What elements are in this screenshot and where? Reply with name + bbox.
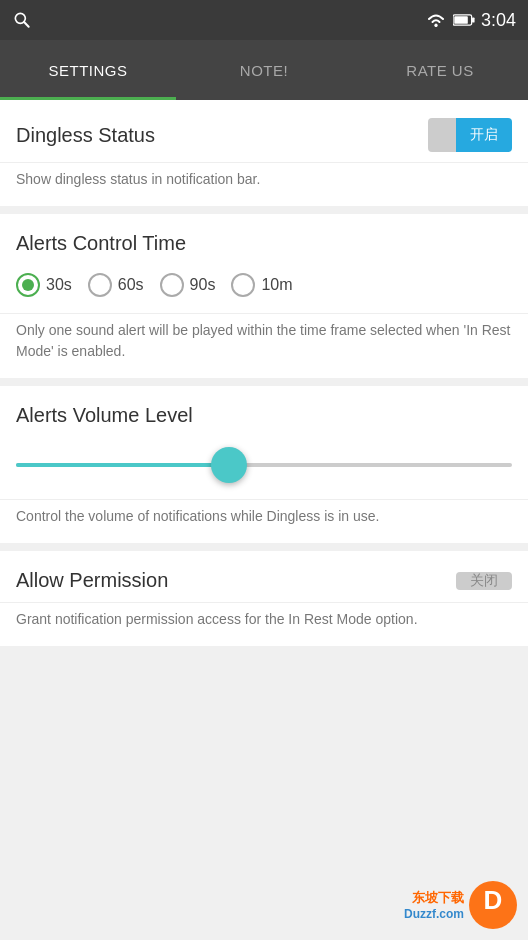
slider-thumb[interactable]: [211, 447, 247, 483]
dingless-status-toggle[interactable]: 开启: [428, 118, 512, 152]
svg-rect-5: [454, 16, 468, 24]
radio-label-90s: 90s: [190, 276, 216, 294]
dingless-status-section: Dingless Status 开启 Show dingless status …: [0, 100, 528, 206]
dingless-status-title: Dingless Status: [16, 124, 155, 147]
alerts-control-time-title: Alerts Control Time: [16, 232, 186, 255]
radio-circle-60s[interactable]: [88, 273, 112, 297]
watermark-logo: D: [468, 880, 518, 930]
status-bar-left: [12, 10, 32, 30]
dingless-status-description: Show dingless status in notification bar…: [0, 162, 528, 206]
search-icon[interactable]: [12, 10, 32, 30]
radio-label-10m: 10m: [261, 276, 292, 294]
allow-permission-title: Allow Permission: [16, 569, 168, 592]
status-time: 3:04: [481, 10, 516, 31]
toggle-off-part[interactable]: [428, 118, 456, 152]
radio-30s[interactable]: 30s: [16, 273, 72, 297]
allow-permission-header: Allow Permission 关闭: [0, 551, 528, 602]
allow-permission-toggle[interactable]: 关闭: [456, 572, 512, 590]
radio-60s[interactable]: 60s: [88, 273, 144, 297]
watermark-url: Duzzf.com: [404, 907, 464, 921]
radio-label-60s: 60s: [118, 276, 144, 294]
svg-text:D: D: [484, 885, 503, 915]
status-bar-right: 3:04: [425, 10, 516, 31]
watermark: 东坡下载 Duzzf.com D: [404, 880, 518, 930]
alerts-volume-section: Alerts Volume Level Control the volume o…: [0, 386, 528, 543]
alerts-control-time-header: Alerts Control Time: [0, 214, 528, 265]
volume-slider-track[interactable]: [16, 447, 512, 483]
allow-permission-description: Grant notification permission access for…: [0, 602, 528, 646]
allow-permission-section: Allow Permission 关闭 Grant notification p…: [0, 551, 528, 646]
alerts-control-time-section: Alerts Control Time 30s 60s 90s 10m Only…: [0, 214, 528, 378]
alerts-volume-description: Control the volume of notifications whil…: [0, 499, 528, 543]
svg-line-1: [24, 22, 29, 27]
alerts-volume-title: Alerts Volume Level: [16, 404, 193, 427]
radio-circle-90s[interactable]: [160, 273, 184, 297]
volume-slider-container: [0, 437, 528, 499]
settings-content: Dingless Status 开启 Show dingless status …: [0, 100, 528, 940]
tab-settings[interactable]: SETTINGS: [0, 40, 176, 100]
top-nav: SETTINGS NOTE! RATE US: [0, 40, 528, 100]
radio-label-30s: 30s: [46, 276, 72, 294]
radio-circle-30s[interactable]: [16, 273, 40, 297]
tab-note[interactable]: NOTE!: [176, 40, 352, 100]
radio-circle-10m[interactable]: [231, 273, 255, 297]
radio-90s[interactable]: 90s: [160, 273, 216, 297]
slider-fill: [16, 463, 229, 467]
dingless-status-header: Dingless Status 开启: [0, 100, 528, 162]
alerts-volume-header: Alerts Volume Level: [0, 386, 528, 437]
watermark-text: 东坡下载: [412, 889, 464, 907]
battery-icon: [453, 13, 475, 27]
radio-10m[interactable]: 10m: [231, 273, 292, 297]
svg-point-2: [434, 24, 437, 27]
status-bar: 3:04: [0, 0, 528, 40]
tab-rate-us[interactable]: RATE US: [352, 40, 528, 100]
wifi-icon: [425, 12, 447, 28]
alerts-control-time-description: Only one sound alert will be played with…: [0, 313, 528, 378]
alerts-time-radio-group: 30s 60s 90s 10m: [0, 265, 528, 313]
svg-rect-4: [472, 17, 475, 22]
toggle-on-part[interactable]: 开启: [456, 118, 512, 152]
